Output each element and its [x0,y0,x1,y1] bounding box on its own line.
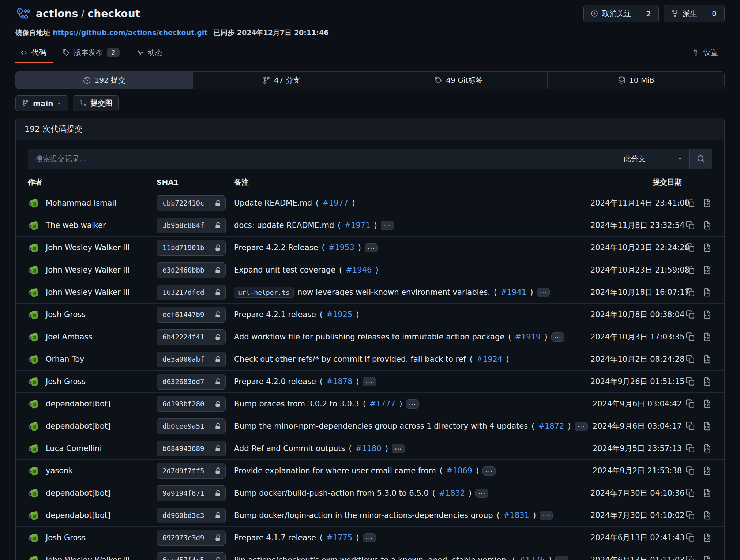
copy-sha-button[interactable] [682,352,699,367]
commit-sha-button[interactable]: 2d7d9f7ff5 [157,463,226,479]
commit-sha-button[interactable]: b684943689 [157,441,226,456]
commit-sha-button[interactable]: e3d2460bbb [157,262,226,278]
commit-issue-link[interactable]: #1776 [519,556,545,560]
commit-sha-button[interactable]: cbb722410c [157,195,226,211]
commit-issue-link[interactable]: #1831 [503,511,529,520]
branch-filter-dropdown[interactable]: 此分支 [617,149,689,169]
browse-files-button[interactable] [699,396,715,411]
stat-branches[interactable]: 47 分支 [193,72,370,89]
copy-sha-button[interactable] [682,441,699,456]
commit-more-button[interactable]: … [575,422,588,431]
copy-sha-button[interactable] [682,419,699,433]
commit-issue-link[interactable]: #1775 [326,533,352,542]
commit-issue-link[interactable]: #1941 [500,288,526,297]
commit-search-input[interactable] [28,149,617,169]
copy-sha-button[interactable] [682,530,699,545]
commit-issue-link[interactable]: #1946 [346,266,372,274]
commit-more-button[interactable]: … [537,288,550,297]
commit-sha-button[interactable]: d632683dd7 [157,374,226,390]
copy-sha-button[interactable] [682,463,699,478]
commit-issue-link[interactable]: #1925 [326,310,352,319]
commit-more-button[interactable]: … [392,444,405,453]
repo-name-link[interactable]: checkout [87,8,140,20]
commit-issue-link[interactable]: #1180 [356,444,382,453]
copy-sha-button[interactable] [682,330,699,344]
commit-sha-button[interactable]: 9a9194f871 [157,485,226,501]
browse-files-button[interactable] [699,530,715,545]
commit-more-button[interactable]: … [381,221,394,230]
browse-files-button[interactable] [699,285,715,300]
browse-files-button[interactable] [699,307,715,322]
forks-count[interactable]: 0 [704,5,724,22]
commit-more-button[interactable]: … [363,377,376,386]
copy-sha-button[interactable] [682,508,699,523]
repo-owner-link[interactable]: actions [36,8,78,20]
commit-sha-button[interactable]: 6b42224f41 [157,329,226,345]
commit-sha-button[interactable]: 6d193bf280 [157,396,226,412]
commit-issue-link[interactable]: #1971 [345,221,371,230]
commit-sha-button[interactable]: 163217dfcd [157,285,226,300]
commit-more-button[interactable]: … [555,556,568,560]
browse-files-button[interactable] [699,463,715,478]
commit-more-button[interactable]: … [406,399,419,409]
commit-more-button[interactable]: … [475,489,488,498]
copy-sha-button[interactable] [682,240,699,255]
commit-more-button[interactable]: … [365,243,378,252]
unwatch-button[interactable]: 取消关注 2 [583,5,659,22]
copy-sha-button[interactable] [682,553,699,560]
commit-more-button[interactable]: … [482,466,496,476]
commit-more-button[interactable]: … [363,533,376,542]
commit-issue-link[interactable]: #1832 [439,489,465,497]
commit-issue-link[interactable]: #1777 [369,399,395,408]
browse-files-button[interactable] [699,263,715,277]
tab-settings[interactable]: 设置 [687,43,725,63]
copy-sha-button[interactable] [682,263,699,277]
commit-more-button[interactable]: … [540,511,553,520]
commit-issue-link[interactable]: #1872 [538,422,564,431]
copy-sha-button[interactable] [682,396,699,411]
stat-tags[interactable]: 49 Git标签 [370,72,547,89]
watchers-count[interactable]: 2 [638,5,658,22]
commit-sha-button[interactable]: dd960bd3c3 [157,508,226,523]
browse-files-button[interactable] [699,196,715,210]
browse-files-button[interactable] [699,553,715,560]
commit-issue-link[interactable]: #1977 [322,199,348,207]
commit-more-button[interactable]: … [551,332,564,342]
commit-sha-button[interactable]: 692973e3d9 [157,530,226,546]
stat-commits[interactable]: 192 提交 [16,72,193,89]
mirror-url-link[interactable]: https://github.com/actions/checkout.git [53,29,208,37]
commit-sha-button[interactable]: 11bd71901b [157,240,226,256]
browse-files-button[interactable] [699,374,715,389]
commit-sha-button[interactable]: eef61447b9 [157,307,226,323]
commit-issue-link[interactable]: #1919 [515,332,541,341]
copy-sha-button[interactable] [682,218,699,233]
commit-issue-link[interactable]: #1869 [446,466,472,475]
commit-search-button[interactable] [689,149,712,169]
browse-files-button[interactable] [699,352,715,367]
tab-activity[interactable]: 动态 [131,43,169,63]
commit-sha-button[interactable]: 6ccd57f4c5 [157,552,226,560]
commit-sha-button[interactable]: db0cee9a51 [157,418,226,434]
commit-sha-button[interactable]: 3b9b8c884f [157,218,226,233]
tab-releases[interactable]: 版本发布 2 [58,43,126,63]
copy-sha-button[interactable] [682,196,699,210]
browse-files-button[interactable] [699,441,715,456]
commit-issue-link[interactable]: #1924 [476,355,502,364]
browse-files-button[interactable] [699,419,715,433]
fork-button[interactable]: 派生 0 [664,5,725,22]
copy-sha-button[interactable] [682,285,699,300]
commit-issue-link[interactable]: #1953 [328,243,354,252]
browse-files-button[interactable] [699,486,715,500]
commit-sha-button[interactable]: de5a000abf [157,352,226,367]
copy-sha-button[interactable] [682,307,699,322]
commit-issue-link[interactable]: #1878 [326,377,352,386]
browse-files-button[interactable] [699,330,715,344]
branch-selector[interactable]: main [15,95,68,111]
copy-sha-button[interactable] [682,486,699,500]
browse-files-button[interactable] [699,240,715,255]
browse-files-button[interactable] [699,218,715,233]
commit-graph-button[interactable]: 提交图 [73,95,119,111]
tab-code[interactable]: 代码 [15,43,53,63]
copy-sha-button[interactable] [682,374,699,389]
browse-files-button[interactable] [699,508,715,523]
